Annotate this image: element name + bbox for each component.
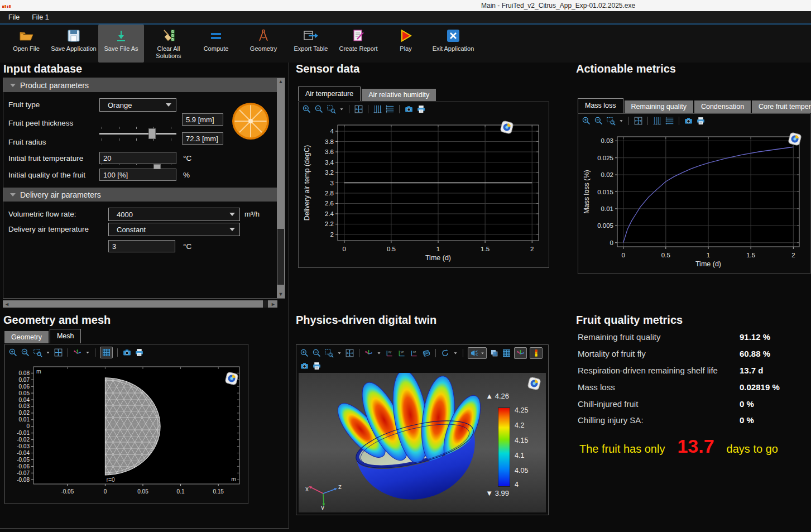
rotate-icon[interactable]: [440, 348, 450, 358]
zoom-box-icon[interactable]: [33, 348, 42, 357]
column-divider[interactable]: [289, 63, 289, 529]
axes-toggle-button[interactable]: [514, 347, 527, 359]
zoom-in-icon[interactable]: [8, 348, 18, 357]
axis-orientation-icon[interactable]: [73, 348, 82, 357]
tab-air-relative-humidity[interactable]: Air relative humidity: [362, 89, 436, 101]
x-axis-grid-icon[interactable]: [665, 116, 674, 126]
chevron-down-icon[interactable]: [376, 348, 382, 358]
flow-rate-dropdown[interactable]: 4000: [108, 208, 240, 221]
zoom-in-icon[interactable]: [582, 116, 591, 126]
delivery-temp-value-field[interactable]: [108, 240, 175, 252]
zoom-box-icon[interactable]: [606, 116, 616, 126]
zoom-in-icon[interactable]: [302, 104, 311, 114]
tab-air-temperature[interactable]: Air temperature: [298, 87, 361, 101]
axis-orientation-icon[interactable]: [364, 348, 373, 358]
mesh-plot-canvas[interactable]: r=0-0.0500.050.10.150.080.070.060.050.04…: [8, 362, 244, 501]
scroll-right-arrow[interactable]: ►: [271, 301, 276, 307]
print-icon[interactable]: [135, 348, 144, 357]
slider-thumb[interactable]: [148, 128, 156, 139]
save-application-button[interactable]: Save Application: [51, 25, 97, 63]
menu-file1[interactable]: File 1: [27, 12, 54, 22]
tab-remaining-quality[interactable]: Remaining quality: [625, 100, 693, 113]
print-icon[interactable]: [696, 116, 706, 126]
print-icon[interactable]: [312, 361, 321, 371]
y-axis-grid-icon[interactable]: [652, 116, 662, 126]
x-axis-grid-icon[interactable]: [385, 104, 395, 114]
zoom-extents-icon[interactable]: [354, 104, 363, 114]
snapshot-icon[interactable]: [404, 104, 414, 114]
chevron-down-icon[interactable]: [339, 104, 344, 114]
view-xy-icon[interactable]: [385, 348, 394, 358]
sensor-chart-canvas[interactable]: 00.511.5222.22.42.62.833.23.43.63.84Time…: [301, 118, 546, 265]
chevron-down-icon[interactable]: [45, 348, 51, 357]
fruit-type-dropdown[interactable]: Orange: [99, 98, 176, 112]
zoom-extents-icon[interactable]: [345, 348, 354, 358]
digital-twin-viewport[interactable]: ▲ 4.26 4.25 4.2 4.15 4.1 4.05 4 ▼ 3.99 x…: [299, 373, 546, 512]
exit-application-button[interactable]: Exit Application: [430, 25, 476, 63]
chevron-down-icon[interactable]: [453, 348, 458, 358]
zoom-box-icon[interactable]: [324, 348, 334, 358]
scroll-left-arrow[interactable]: ◄: [4, 301, 9, 307]
peel-thickness-slider[interactable]: [99, 126, 176, 142]
zoom-extents-icon[interactable]: [54, 348, 63, 357]
fruit-radius-value-field[interactable]: [182, 132, 223, 145]
tab-mass-loss[interactable]: Mass loss: [578, 98, 623, 113]
chevron-down-icon[interactable]: [618, 116, 624, 126]
zoom-out-icon[interactable]: [314, 104, 324, 114]
section-product-parameters[interactable]: Product parameters: [3, 78, 285, 92]
geometry-button[interactable]: Geometry: [241, 25, 286, 63]
y-axis-grid-icon[interactable]: [373, 104, 382, 114]
view-yz-icon[interactable]: [397, 348, 406, 358]
export-table-button[interactable]: Export Table: [288, 25, 334, 63]
snapshot-icon[interactable]: [684, 116, 693, 126]
initial-quality-field[interactable]: [99, 169, 176, 181]
zoom-out-icon[interactable]: [312, 348, 321, 358]
zoom-extents-icon[interactable]: [634, 116, 643, 126]
fruit-quality-title: Fruit quality metrics: [576, 314, 683, 327]
transparency-icon[interactable]: [490, 348, 499, 358]
scrollbar-thumb[interactable]: [263, 300, 268, 308]
horizontal-scrollbar[interactable]: ◄ ►: [3, 300, 277, 308]
print-icon[interactable]: [416, 104, 426, 114]
orange-image: [231, 102, 270, 143]
zoom-in-icon[interactable]: [300, 348, 309, 358]
scrollbar-thumb[interactable]: [277, 229, 284, 285]
view-xz-icon[interactable]: [409, 348, 419, 358]
peel-thickness-value-field[interactable]: [182, 113, 223, 126]
scene-light-button[interactable]: [468, 347, 487, 359]
tab-geometry[interactable]: Geometry: [4, 331, 49, 343]
clear-all-solutions-button[interactable]: Clear All Solutions: [146, 25, 191, 63]
chevron-down-icon[interactable]: [337, 348, 342, 358]
massloss-chart-canvas[interactable]: 00.511.5200.0050.010.0150.020.0250.03Tim…: [580, 130, 807, 271]
colorbar-min-marker: ▼ 3.99: [486, 489, 509, 497]
zoom-box-icon[interactable]: [327, 104, 336, 114]
snapshot-icon[interactable]: [122, 348, 132, 357]
toolbar-separator: [679, 117, 679, 125]
svg-text:0.025: 0.025: [597, 155, 613, 161]
menu-file[interactable]: File: [3, 12, 25, 22]
play-button[interactable]: Play: [383, 25, 429, 63]
tab-core-fruit-temperature[interactable]: Core fruit temperature: [752, 100, 811, 113]
snapshot-icon[interactable]: [300, 361, 309, 371]
zoom-out-icon[interactable]: [594, 116, 603, 126]
scroll-down-arrow[interactable]: ▼: [277, 291, 285, 298]
tab-mesh[interactable]: Mesh: [50, 329, 81, 343]
perspective-icon[interactable]: [421, 348, 431, 358]
actionable-tabs: Mass lossRemaining qualityCondensationCo…: [578, 98, 811, 113]
compute-button[interactable]: Compute: [193, 25, 239, 63]
save-file-as-button[interactable]: Save File As: [98, 25, 144, 63]
initial-temp-field[interactable]: [99, 152, 176, 164]
vertical-scrollbar[interactable]: ▲ ▼: [277, 78, 285, 298]
section-delivery-air-parameters[interactable]: Delivery air parameters: [3, 188, 277, 202]
zoom-out-icon[interactable]: [21, 348, 30, 357]
grid-toggle-button[interactable]: [100, 347, 113, 358]
chevron-down-icon[interactable]: [85, 348, 90, 357]
create-report-button[interactable]: Create Report: [335, 25, 381, 63]
open-file-button[interactable]: Open File: [3, 25, 49, 63]
delivery-temp-dropdown[interactable]: Constant: [108, 223, 240, 236]
colorbar-toggle-button[interactable]: [530, 347, 543, 359]
grid-icon[interactable]: [502, 348, 511, 358]
scroll-up-arrow[interactable]: ▲: [277, 79, 285, 85]
tab-condensation[interactable]: Condensation: [694, 100, 751, 113]
comsol-logo: [224, 371, 239, 386]
